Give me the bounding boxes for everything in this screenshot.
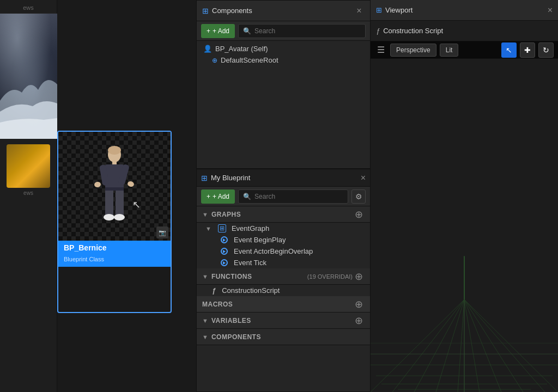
viewport-content[interactable]	[371, 59, 558, 392]
character-figure	[87, 143, 142, 241]
components-section-header[interactable]: ▼ Components	[197, 329, 370, 345]
macros-add-button[interactable]: ⊕	[353, 298, 365, 310]
hamburger-menu-button[interactable]: ☰	[375, 44, 387, 56]
macros-label: MACROS	[202, 301, 353, 308]
viewport-tab-icon: ⊞	[376, 6, 382, 14]
svg-line-21	[464, 299, 523, 392]
viewport-grid	[371, 192, 558, 392]
construction-func-icon: ƒ	[212, 286, 216, 295]
event-graph-label: EventGraph	[232, 224, 269, 232]
bp-add-icon: +	[207, 193, 210, 200]
event-actor-begin-overlap-label: Event ActorBeginOverlap	[234, 247, 313, 255]
scene-root-icon: ⊕	[212, 57, 217, 64]
construction-script-item[interactable]: ƒ ConstructionScript	[197, 285, 370, 296]
svg-line-20	[464, 299, 501, 392]
blueprint-tab: ⊞ My Blueprint ×	[197, 169, 370, 187]
sidebar-ews-label: ews	[21, 188, 35, 198]
event-actor-begin-overlap-item[interactable]: Event ActorBeginOverlap	[197, 246, 370, 257]
avatar-icon: 👤	[203, 45, 212, 53]
variables-section-header[interactable]: ▼ VARIABLES ⊕	[197, 313, 370, 329]
components-close-button[interactable]: ×	[354, 5, 365, 16]
event-graph-expand: ▼	[205, 225, 211, 232]
construction-script-label: ConstructionScript	[222, 286, 280, 295]
tree-item-default-scene-root[interactable]: ⊕ DefaultSceneRoot	[197, 54, 370, 66]
components-search-input[interactable]	[254, 27, 361, 35]
functions-expand-arrow: ▼	[202, 273, 208, 280]
asset-type-label: Blueprint Class	[58, 255, 171, 267]
event-graph-item[interactable]: ▼ ⊞ EventGraph	[197, 223, 370, 234]
components-tab: ⊞ Components ×	[197, 1, 370, 21]
blueprint-tab-icon: ⊞	[201, 174, 208, 182]
event-tick-item[interactable]: Event Tick	[197, 257, 370, 268]
functions-section-header[interactable]: ▼ FUNCTIONS (19 OVERRIDAI) ⊕	[197, 268, 370, 285]
tree-item-bp-avatar[interactable]: 👤 BP_Avatar (Self)	[197, 43, 370, 54]
cursor-icon: ↖	[132, 199, 141, 211]
variables-add-button[interactable]: ⊕	[353, 315, 365, 327]
svg-line-14	[392, 299, 464, 392]
svg-line-15	[414, 299, 464, 392]
variables-expand-arrow: ▼	[202, 317, 208, 324]
blueprint-tab-title: My Blueprint	[211, 174, 250, 182]
blueprint-toolbar: + + Add 🔍 ⚙	[197, 187, 370, 206]
functions-override-count: (19 OVERRIDAI)	[307, 273, 353, 280]
asset-card-small[interactable]	[7, 144, 50, 188]
svg-line-17	[458, 299, 464, 392]
construction-tab[interactable]: ƒ Construction Script	[371, 21, 558, 41]
construction-tab-title: Construction Script	[383, 27, 443, 35]
functions-label: FUNCTIONS	[211, 273, 305, 280]
svg-point-1	[108, 146, 121, 155]
blueprint-settings-button[interactable]: ⚙	[351, 189, 366, 204]
graphs-expand-arrow: ▼	[202, 211, 208, 218]
variables-label: VARIABLES	[211, 317, 353, 324]
bp-avatar-label: BP_Avatar (Self)	[215, 45, 268, 53]
svg-point-10	[104, 214, 114, 220]
svg-rect-12	[105, 187, 124, 191]
asset-name-label: BP_Bernice	[58, 241, 171, 255]
svg-point-11	[114, 214, 125, 220]
components-tree: 👤 BP_Avatar (Self) ⊕ DefaultSceneRoot	[197, 41, 370, 168]
transform-button[interactable]: ↖	[501, 42, 517, 58]
perspective-button[interactable]: Perspective	[390, 44, 436, 57]
viewport-toolbar: ☰ Perspective Lit ↖ ✚ ↻	[371, 41, 558, 59]
viewport-panel: ⊞ Viewport × ƒ Construction Script ☰ Per…	[371, 0, 558, 392]
svg-point-6	[94, 181, 101, 188]
graphs-label: GRAPHS	[211, 211, 353, 218]
svg-rect-8	[105, 187, 113, 217]
blueprint-close-button[interactable]: ×	[361, 173, 366, 183]
event-begin-play-item[interactable]: Event BeginPlay	[197, 234, 370, 246]
components-search-box[interactable]: 🔍	[238, 24, 366, 38]
graphs-add-button[interactable]: ⊕	[353, 209, 365, 220]
add-icon: +	[207, 27, 210, 35]
components-toolbar: + + Add 🔍	[197, 21, 370, 41]
svg-rect-9	[116, 187, 124, 217]
bp-search-icon: 🔍	[243, 193, 251, 200]
asset-card-preview: ↖ 📷	[58, 132, 171, 241]
left-sidebar: ews ews	[0, 0, 57, 392]
blueprint-search-box[interactable]: 🔍	[238, 189, 348, 204]
event-tick-label: Event Tick	[234, 259, 266, 267]
viewport-tab: ⊞ Viewport ×	[371, 0, 558, 21]
blueprint-search-input[interactable]	[254, 193, 343, 200]
event-begin-play-label: Event BeginPlay	[234, 236, 286, 244]
blueprint-add-button[interactable]: + + Add	[201, 189, 235, 204]
components-tab-icon: ⊞	[202, 7, 209, 15]
move-button[interactable]: ✚	[520, 42, 535, 58]
asset-card-main[interactable]: ↖ 📷 BP_Bernice Blueprint Class	[57, 131, 172, 313]
search-icon: 🔍	[243, 27, 251, 35]
event-tick-icon	[221, 259, 228, 266]
svg-line-23	[464, 299, 558, 392]
components-add-button[interactable]: + + Add	[201, 24, 235, 38]
components-tab-title: Components	[212, 7, 252, 15]
functions-add-button[interactable]: ⊕	[353, 271, 365, 283]
graphs-section-header[interactable]: ▼ GRAPHS ⊕	[197, 206, 370, 223]
components-panel: ⊞ Components × + + Add 🔍 👤 BP_Avatar (Se…	[196, 0, 371, 169]
components-section-expand: ▼	[202, 334, 208, 340]
viewport-close-button[interactable]: ×	[548, 5, 553, 15]
svg-line-22	[464, 299, 545, 392]
rotate-button[interactable]: ↻	[538, 42, 554, 58]
viewport-tab-title: Viewport	[385, 6, 413, 14]
macros-section-header[interactable]: MACROS ⊕	[197, 296, 370, 313]
default-scene-root-label: DefaultSceneRoot	[221, 56, 278, 64]
lit-button[interactable]: Lit	[440, 44, 459, 57]
sidebar-label: ews	[0, 0, 57, 14]
